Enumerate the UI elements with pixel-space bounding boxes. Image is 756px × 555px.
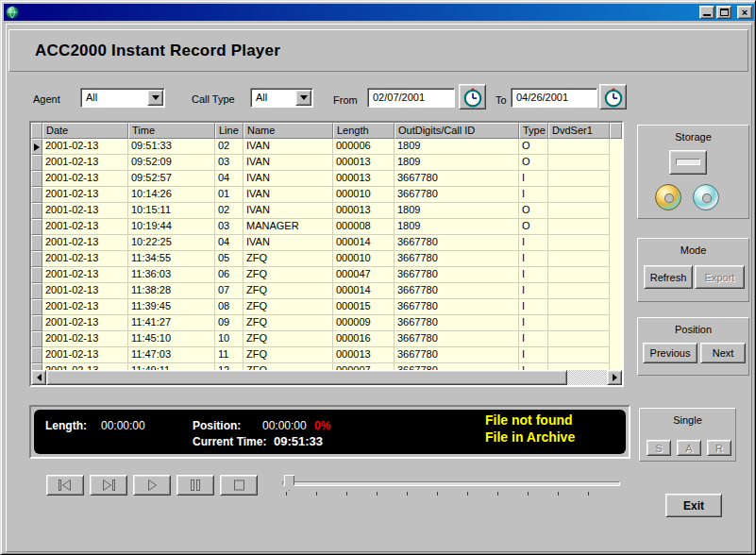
grid-cell: 06 xyxy=(215,267,244,283)
grid-cell: 3667780 xyxy=(395,283,519,299)
table-row[interactable]: 2001-02-1311:41:2709ZFQ0000093667780I xyxy=(31,315,622,331)
row-indicator xyxy=(31,171,42,187)
grid-cell xyxy=(548,155,610,171)
skip-to-end-button[interactable] xyxy=(90,475,127,496)
grid-cell: 2001-02-13 xyxy=(42,187,128,203)
grid-cell: I xyxy=(519,187,548,203)
row-indicator xyxy=(31,219,42,235)
table-row[interactable]: 2001-02-1310:14:2601IVAN0000103667780I xyxy=(31,187,622,203)
column-header-length[interactable]: Length xyxy=(333,123,395,139)
call-type-dropdown[interactable]: All xyxy=(250,88,313,108)
grid-cell: 000014 xyxy=(333,235,395,251)
minimize-button[interactable] xyxy=(699,6,714,19)
row-indicator xyxy=(31,187,42,203)
grid-body[interactable]: 2001-02-1309:51:3302IVAN0000061809O2001-… xyxy=(31,139,622,370)
grid-cell: ZFQ xyxy=(244,283,333,299)
s-button[interactable]: S xyxy=(647,440,671,456)
table-row[interactable]: 2001-02-1311:49:1112ZFQ0000073667780I xyxy=(31,363,622,370)
to-date-input[interactable]: 04/26/2001 xyxy=(511,88,597,108)
table-row[interactable]: 2001-02-1311:36:0306ZFQ0000473667780I xyxy=(31,267,622,283)
column-header-line[interactable]: Line xyxy=(215,123,244,139)
row-indicator xyxy=(31,267,42,283)
column-header-date[interactable]: Date xyxy=(42,123,128,139)
grid-cell: 000009 xyxy=(333,315,395,331)
grid-cell: 12 xyxy=(215,363,244,370)
grid-cell xyxy=(548,331,610,347)
play-button[interactable] xyxy=(133,475,171,496)
grid-cell: 000013 xyxy=(333,203,395,219)
grid-cell: 11:41:27 xyxy=(128,315,215,331)
skip-to-start-button[interactable] xyxy=(46,475,84,496)
grid-cell: 02 xyxy=(215,203,244,219)
column-header-outdigits-call-id[interactable]: OutDigits/Call ID xyxy=(395,123,519,139)
cd-disc-icon[interactable] xyxy=(693,184,719,210)
scrollbar-thumb[interactable] xyxy=(46,370,567,385)
export-button[interactable]: Export xyxy=(695,265,745,289)
previous-button[interactable]: Previous xyxy=(643,343,697,363)
maximize-icon xyxy=(720,8,729,16)
exit-button[interactable]: Exit xyxy=(665,494,722,517)
grid-cell: 000014 xyxy=(333,283,395,299)
skip-to-start-icon xyxy=(56,479,75,491)
grid-cell: IVAN xyxy=(244,155,333,171)
grid-cell xyxy=(548,187,610,203)
table-row[interactable]: 2001-02-1310:22:2504IVAN0000143667780I xyxy=(31,235,622,251)
table-row[interactable]: 2001-02-1310:19:4403MANAGER0000081809O xyxy=(31,219,622,235)
column-header-name[interactable]: Name xyxy=(244,123,333,139)
header-panel: ACC2000 Instant Record Player xyxy=(8,29,748,72)
table-row[interactable]: 2001-02-1311:38:2807ZFQ0000143667780I xyxy=(31,283,622,299)
grid-cell: 2001-02-13 xyxy=(42,283,128,299)
horizontal-scrollbar[interactable] xyxy=(31,370,622,385)
close-button[interactable]: × xyxy=(737,6,752,19)
position-value: 00:00:00 xyxy=(262,419,307,432)
maximize-button[interactable] xyxy=(716,6,731,19)
column-header-time[interactable]: Time xyxy=(128,123,215,139)
pause-button[interactable] xyxy=(176,475,214,496)
grid-cell: ZFQ xyxy=(244,331,333,347)
table-row[interactable]: 2001-02-1311:47:0311ZFQ0000133667780I xyxy=(31,347,622,363)
refresh-button[interactable]: Refresh xyxy=(644,265,693,289)
table-row[interactable]: 2001-02-1309:52:0903IVAN0000131809O xyxy=(31,155,622,171)
grid-cell: 2001-02-13 xyxy=(42,299,128,315)
cd-disc-icon[interactable] xyxy=(655,184,681,210)
column-header-type[interactable]: Type xyxy=(519,123,548,139)
from-date-input[interactable]: 02/07/2001 xyxy=(367,88,455,108)
disk-drive-icon[interactable] xyxy=(669,150,707,175)
title-bar[interactable]: × xyxy=(4,4,754,21)
stop-button[interactable] xyxy=(220,475,258,496)
grid-cell xyxy=(548,235,610,251)
table-row[interactable]: 2001-02-1311:34:5505ZFQ0000103667780I xyxy=(31,251,622,267)
table-row[interactable]: 2001-02-1310:15:1102IVAN0000131809O xyxy=(31,203,622,219)
table-row[interactable]: 2001-02-1309:51:3302IVAN0000061809O xyxy=(31,139,622,155)
table-row[interactable]: 2001-02-1309:52:5704IVAN0000133667780I xyxy=(31,171,622,187)
r-button[interactable]: R xyxy=(707,440,731,456)
scroll-left-button[interactable] xyxy=(31,370,46,385)
position-label: Position: xyxy=(193,419,241,432)
table-row[interactable]: 2001-02-1311:45:1010ZFQ0000163667780I xyxy=(31,331,622,347)
to-date-picker-button[interactable] xyxy=(599,84,627,109)
next-button[interactable]: Next xyxy=(700,343,746,363)
agent-dropdown[interactable]: All xyxy=(80,88,165,108)
close-icon: × xyxy=(742,8,748,18)
grid-cell: 10:19:44 xyxy=(128,219,215,235)
grid-cell: 1809 xyxy=(395,219,519,235)
from-date-picker-button[interactable] xyxy=(459,84,486,109)
grid-cell: 3667780 xyxy=(395,299,519,315)
table-row[interactable]: 2001-02-1311:39:4508ZFQ0000153667780I xyxy=(31,299,622,315)
agent-dropdown-button[interactable] xyxy=(147,90,163,106)
scroll-right-button[interactable] xyxy=(607,370,622,385)
a-button[interactable]: A xyxy=(677,440,701,456)
call-type-dropdown-button[interactable] xyxy=(295,90,311,106)
grid-cell: 09:52:09 xyxy=(128,155,215,171)
grid-cell: 10:15:11 xyxy=(128,203,215,219)
seek-slider-track[interactable] xyxy=(282,481,620,486)
grid-cell: 000013 xyxy=(333,155,395,171)
grid-cell: I xyxy=(519,363,548,370)
column-header-dvdser1[interactable]: DvdSer1 xyxy=(548,123,610,139)
to-label: To xyxy=(496,94,507,106)
grid-cell: I xyxy=(519,347,548,363)
grid-cell: IVAN xyxy=(244,235,333,251)
records-grid[interactable]: DateTimeLineNameLengthOutDigits/Call IDT… xyxy=(29,121,624,387)
grid-cell: 11:49:11 xyxy=(128,363,215,370)
grid-cell: IVAN xyxy=(244,203,333,219)
